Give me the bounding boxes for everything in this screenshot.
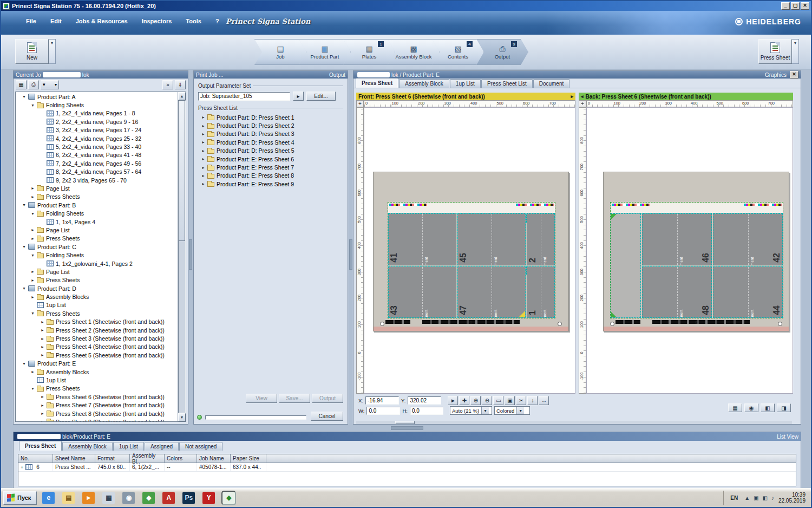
list-expander-icon[interactable] <box>201 166 207 170</box>
tree-sort-button[interactable]: » <box>162 80 173 89</box>
press-sheet-list-item[interactable]: Product Part: E: Press Sheet 8 <box>196 172 348 180</box>
tree-item[interactable]: Press Sheets <box>16 193 178 201</box>
table-row[interactable]: + 6 Press Sheet ... 745.0 x 60.. 6, 1(2x… <box>18 463 796 472</box>
press-sheet-list-item[interactable]: Product Part: D: Press Sheet 1 <box>196 113 348 121</box>
quick-launch-icon[interactable]: ◆ <box>222 492 235 504</box>
list-view-tab[interactable]: Press Sheet <box>19 441 62 451</box>
tree-item[interactable]: Product Part: C <box>16 243 178 251</box>
sheet-view-tool-button[interactable]: ◧ <box>761 403 775 412</box>
column-assembly[interactable]: Assembly Bl.. <box>130 454 165 463</box>
tray-icon[interactable]: ◧ <box>762 495 767 501</box>
tree-expander-icon[interactable] <box>41 328 46 332</box>
tree-item[interactable]: Press Sheets <box>16 309 178 317</box>
tree-item[interactable]: Press Sheet 8 (Sheetwise (front and back… <box>16 409 178 418</box>
list-expander-icon[interactable] <box>201 132 207 136</box>
page-cell[interactable]: 46 No Page Assignment <box>642 213 712 265</box>
column-paper-size[interactable]: Paper Size <box>231 454 266 463</box>
tree-item[interactable]: Press Sheet 3 (Sheetwise (front and back… <box>16 334 178 342</box>
page-cell[interactable]: 48 No Page Assignment <box>642 266 712 318</box>
tree-expander-icon[interactable] <box>41 420 46 421</box>
tree-expander-icon[interactable] <box>31 278 36 282</box>
tree-item[interactable]: 6, 2x2_4_vida new, Pages 41 - 48 <box>16 151 178 159</box>
scroll-up-icon[interactable]: ▲ <box>178 92 186 100</box>
tree-expander-icon[interactable] <box>31 270 36 273</box>
tree-item[interactable]: Press Sheets <box>16 385 178 393</box>
column-job-name[interactable]: Job Name <box>197 454 231 463</box>
tree-expander-icon[interactable] <box>31 387 36 390</box>
column-sheet-name[interactable]: Sheet Name <box>53 454 95 463</box>
sheet-view-tool-button[interactable]: ◨ <box>777 403 791 412</box>
tree-item[interactable]: 8, 2x2_4_vida new, Pages 57 - 64 <box>16 168 178 176</box>
quick-launch-icon[interactable]: ◉ <box>122 492 135 504</box>
tree-expander-icon[interactable] <box>41 320 46 324</box>
view-tool-button[interactable]: ↕ <box>527 396 538 405</box>
browse-parameter-set-button[interactable] <box>293 92 304 101</box>
back-canvas[interactable]: 46 No Page Assignment 42 No Page Assignm… <box>586 107 793 394</box>
tree-expander-icon[interactable] <box>31 253 36 257</box>
tree-scrollbar[interactable]: ▲ ▼ <box>178 92 186 421</box>
workflow-step[interactable]: ▤ Job <box>254 39 306 65</box>
view-tool-button[interactable]: ► <box>448 396 458 405</box>
back-press-sheet[interactable]: 46 No Page Assignment 42 No Page Assignm… <box>603 172 789 331</box>
tree-expander-icon[interactable] <box>31 228 36 232</box>
x-coordinate-field[interactable] <box>365 396 399 405</box>
page-cell[interactable]: 44 No Page Assignment <box>713 266 783 318</box>
cancel-button[interactable]: Cancel <box>311 412 343 421</box>
panel-splitter-2[interactable] <box>349 239 352 270</box>
tree-expander-icon[interactable] <box>22 245 28 249</box>
tree-expander-icon[interactable] <box>22 362 28 366</box>
list-expander-icon[interactable] <box>201 174 207 178</box>
page-cell[interactable]: 2 No Page Assignment <box>527 213 555 265</box>
menu-item[interactable]: Tools <box>180 16 207 26</box>
list-expander-icon[interactable] <box>201 115 207 119</box>
tree-expander-icon[interactable] <box>22 286 28 290</box>
column-no[interactable]: No. <box>18 454 53 463</box>
workflow-step[interactable]: 4 ▧ Contents <box>432 39 484 65</box>
tree-expander-icon[interactable] <box>41 353 46 357</box>
view-tool-button[interactable]: ▭ <box>493 396 503 405</box>
press-sheet-list-item[interactable]: Product Part: D: Press Sheet 3 <box>196 130 348 138</box>
quick-launch-icon[interactable]: ▤ <box>62 492 75 504</box>
new-button[interactable]: New <box>15 39 49 64</box>
tree-expander-icon[interactable] <box>31 103 36 107</box>
page-cell[interactable]: 47 No Page Assignment <box>457 266 526 318</box>
tree-item[interactable]: 1, 1x2_golovami_4-1, Pages 2 <box>16 259 178 268</box>
list-expander-icon[interactable] <box>201 124 207 128</box>
sheet-view-tool-button[interactable]: ▦ <box>728 403 742 412</box>
window-control-button[interactable]: _ <box>781 2 790 10</box>
view-tool-button[interactable]: ✂ <box>516 396 526 405</box>
tree-expander-icon[interactable] <box>31 212 36 216</box>
view-button[interactable]: View <box>246 394 277 403</box>
tree-item[interactable]: Press Sheet 1 (Sheetwise (front and back… <box>16 318 178 326</box>
workflow-step[interactable]: ▩ Assembly Block <box>388 39 440 65</box>
press-sheet-list-item[interactable]: Product Part: D: Press Sheet 2 <box>196 121 348 129</box>
view-tool-button[interactable]: ⊖ <box>482 396 492 405</box>
height-field[interactable] <box>410 407 443 415</box>
tree-item[interactable]: 1, 1x4, Pages 4 <box>16 218 178 226</box>
tree-item[interactable]: Press Sheets <box>16 235 178 243</box>
list-expander-icon[interactable] <box>201 149 207 153</box>
view-tool-button[interactable]: ▣ <box>505 396 515 405</box>
panel-splitter[interactable] <box>189 239 192 270</box>
ruler-origin-button-back[interactable]: + <box>579 100 586 107</box>
ruler-origin-button[interactable]: + <box>356 100 364 107</box>
scroll-down-icon[interactable]: ▼ <box>178 413 186 421</box>
window-control-button[interactable]: ✕ <box>801 2 809 10</box>
edit-button[interactable]: Edit... <box>306 92 336 101</box>
tree-item[interactable]: Assembly Blocks <box>16 368 178 376</box>
tree-item[interactable]: Product Part: B <box>16 201 178 209</box>
new-dropdown-arrow[interactable] <box>49 39 56 64</box>
page-cell[interactable]: 1 No Page Assignment <box>527 266 555 318</box>
page-cell[interactable]: 43 No Page Assignment <box>388 266 456 318</box>
tree-sort-button[interactable]: ⇓ <box>175 80 186 89</box>
list-view-tab[interactable]: Assembly Block <box>62 442 113 451</box>
view-tool-button[interactable]: ↔ <box>539 396 549 405</box>
quick-launch-icon[interactable]: e <box>42 492 55 504</box>
y-coordinate-field[interactable] <box>408 396 441 405</box>
tree-item[interactable]: 9, 2x2 3 vida, Pages 65 - 70 <box>16 176 178 184</box>
tree-tool-button[interactable]: ⎙ <box>28 80 39 89</box>
workflow-step[interactable]: 1 ▦ Plates <box>343 39 395 65</box>
tree-item[interactable]: Page List <box>16 184 178 192</box>
tree-item[interactable]: Press Sheet 2 (Sheetwise (front and back… <box>16 326 178 334</box>
menu-item[interactable]: ? <box>210 16 225 26</box>
